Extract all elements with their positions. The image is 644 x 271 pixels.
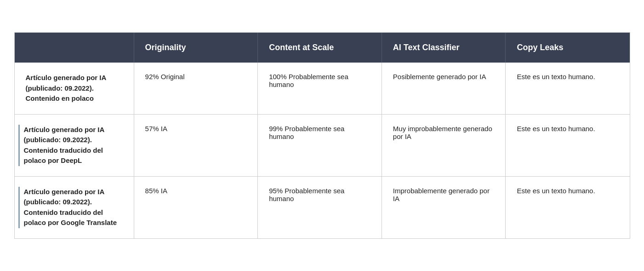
col-header-article	[15, 33, 134, 63]
col-header-copy-leaks: Copy Leaks	[506, 33, 630, 63]
row-2-ai-text-classifier: Muy improbablemente generado por IA	[382, 114, 506, 176]
row-1-content-at-scale: 100% Probablemente sea humano	[258, 63, 382, 114]
row-3-ai-text-classifier: Improbablemente generado por IA	[382, 176, 506, 238]
comparison-table: Originality Content at Scale AI Text Cla…	[14, 32, 630, 239]
row-3-content-at-scale: 95% Probablemente sea humano	[258, 176, 382, 238]
row-1-label: Artículo generado por IA (publicado: 09.…	[15, 63, 134, 114]
row-1-originality: 92% Original	[134, 63, 258, 114]
table-header-row: Originality Content at Scale AI Text Cla…	[15, 33, 630, 63]
row-3-label: Artículo generado por IA (publicado: 09.…	[15, 176, 134, 238]
row-2-label: Artículo generado por IA (publicado: 09.…	[15, 114, 134, 176]
row-3-originality: 85% IA	[134, 176, 258, 238]
row-1-copy-leaks: Este es un texto humano.	[506, 63, 630, 114]
row-2-content-at-scale: 99% Probablemente sea humano	[258, 114, 382, 176]
row-1-label-text: Artículo generado por IA (publicado: 09.…	[26, 74, 106, 102]
table-row: Artículo generado por IA (publicado: 09.…	[15, 114, 630, 176]
col-header-ai-text-classifier: AI Text Classifier	[382, 33, 506, 63]
row-3-label-text: Artículo generado por IA (publicado: 09.…	[24, 188, 117, 227]
row-2-label-text: Artículo generado por IA (publicado: 09.…	[24, 126, 104, 165]
row-2-originality: 57% IA	[134, 114, 258, 176]
col-header-content-at-scale: Content at Scale	[258, 33, 382, 63]
table-row: Artículo generado por IA (publicado: 09.…	[15, 63, 630, 114]
table-row: Artículo generado por IA (publicado: 09.…	[15, 176, 630, 238]
row-3-copy-leaks: Este es un texto humano.	[506, 176, 630, 238]
col-header-originality: Originality	[134, 33, 258, 63]
row-2-copy-leaks: Este es un texto humano.	[506, 114, 630, 176]
row-1-ai-text-classifier: Posiblemente generado por IA	[382, 63, 506, 114]
